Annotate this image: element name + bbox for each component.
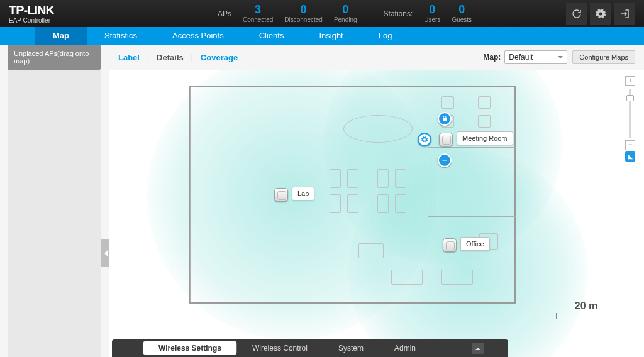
ap-device-office[interactable] bbox=[443, 238, 457, 252]
primary-nav: Map Statistics Access Points Clients Ins… bbox=[0, 27, 644, 45]
scale-bar bbox=[556, 313, 616, 319]
nav-log[interactable]: Log bbox=[361, 27, 410, 45]
minus-icon bbox=[441, 157, 448, 164]
scale-value: 20 m bbox=[556, 300, 616, 312]
ap-label-lab[interactable]: Lab bbox=[292, 187, 314, 200]
tab-wireless-settings[interactable]: Wireless Settings bbox=[143, 341, 236, 355]
map-select[interactable]: Default bbox=[504, 50, 567, 64]
app-header: TP-LINK EAP Controller APs 3 Connected 0… bbox=[0, 0, 644, 27]
aps-label: APs bbox=[218, 9, 231, 18]
tab-system[interactable]: System bbox=[323, 341, 379, 355]
map-subtabs: Label | Details | Coverage bbox=[118, 53, 238, 62]
lock-icon bbox=[441, 115, 448, 123]
stat-users[interactable]: 0 Users bbox=[424, 4, 440, 23]
zoom-out-button[interactable]: − bbox=[625, 140, 635, 150]
subtab-details[interactable]: Details bbox=[157, 53, 184, 62]
configure-maps-button[interactable]: Configure Maps bbox=[572, 50, 635, 64]
stat-disconnected[interactable]: 0 Disconnected bbox=[284, 4, 323, 23]
stat-pending[interactable]: 0 Pending bbox=[334, 4, 357, 23]
bottom-panel-tabs: Wireless Settings Wireless Control Syste… bbox=[112, 339, 508, 357]
triangle-icon bbox=[627, 153, 634, 160]
ap-label-meeting[interactable]: Meeting Room bbox=[457, 131, 513, 145]
map-picker-label: Map: bbox=[483, 53, 501, 62]
ap-action-remove[interactable] bbox=[438, 153, 452, 167]
ap-device-meeting[interactable] bbox=[439, 133, 453, 146]
zoom-slider[interactable] bbox=[629, 89, 631, 138]
panel-expand-toggle[interactable] bbox=[472, 343, 484, 354]
stat-connected[interactable]: 3 Connected bbox=[243, 4, 273, 23]
logout-icon bbox=[619, 8, 630, 19]
ap-label-office[interactable]: Office bbox=[460, 237, 490, 251]
ap-action-lock[interactable] bbox=[438, 112, 452, 126]
gear-icon bbox=[595, 8, 606, 19]
subtab-coverage[interactable]: Coverage bbox=[201, 53, 238, 62]
nav-map[interactable]: Map bbox=[35, 27, 87, 45]
unplaced-aps-panel[interactable] bbox=[8, 70, 101, 357]
measure-tool-button[interactable] bbox=[625, 151, 635, 162]
settings-button[interactable] bbox=[590, 3, 611, 25]
nav-clients[interactable]: Clients bbox=[242, 27, 302, 45]
zoom-control: + − bbox=[625, 76, 635, 150]
nav-access-points[interactable]: Access Points bbox=[155, 27, 242, 45]
svg-rect-0 bbox=[443, 160, 447, 161]
header-stats: APs 3 Connected 0 Disconnected 0 Pending… bbox=[218, 4, 472, 23]
ap-device-lab[interactable] bbox=[274, 188, 288, 202]
brand: TP-LINK EAP Controller bbox=[9, 4, 54, 24]
stations-label: Stations: bbox=[384, 9, 413, 18]
gear-icon bbox=[421, 136, 428, 143]
logout-button[interactable] bbox=[614, 3, 635, 25]
refresh-button[interactable] bbox=[566, 3, 587, 25]
zoom-in-button[interactable]: + bbox=[625, 76, 635, 86]
map-canvas[interactable]: Lab Meeting Room Office + − 20 m bbox=[109, 70, 644, 357]
floorplan bbox=[189, 86, 516, 304]
ap-action-settings[interactable] bbox=[418, 133, 431, 146]
secondary-bar: Unplaced APs(drag onto map) Label | Deta… bbox=[0, 45, 644, 70]
tab-admin[interactable]: Admin bbox=[379, 341, 431, 355]
brand-logo: TP-LINK bbox=[9, 4, 54, 16]
map-scale: 20 m bbox=[556, 300, 616, 319]
brand-subtitle: EAP Controller bbox=[9, 17, 54, 24]
refresh-icon bbox=[571, 8, 582, 19]
subtab-label[interactable]: Label bbox=[118, 53, 140, 62]
nav-statistics[interactable]: Statistics bbox=[87, 27, 155, 45]
sidebar-collapse-toggle[interactable] bbox=[101, 239, 109, 267]
main-area: Lab Meeting Room Office + − 20 m bbox=[0, 70, 644, 357]
tab-wireless-control[interactable]: Wireless Control bbox=[237, 341, 323, 355]
zoom-thumb[interactable] bbox=[626, 95, 634, 101]
unplaced-aps-panel-header[interactable]: Unplaced APs(drag onto map) bbox=[8, 45, 101, 70]
stat-guests[interactable]: 0 Guests bbox=[452, 4, 472, 23]
nav-insight[interactable]: Insight bbox=[301, 27, 360, 45]
